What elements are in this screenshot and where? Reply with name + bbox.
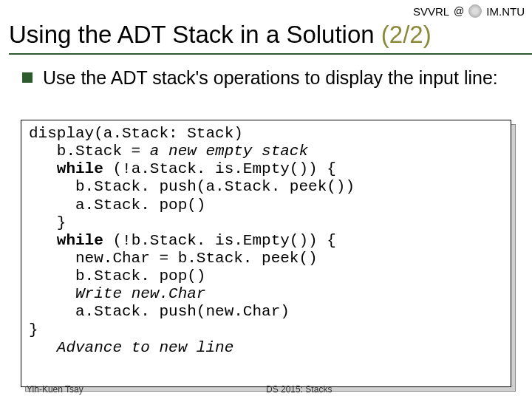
code-l4: b.Stack. push(a.Stack. peek()) xyxy=(29,178,355,195)
title-paren: (2/2) xyxy=(381,21,432,48)
footer-course: DS 2015: Stacks xyxy=(266,384,332,395)
code-l11: a.Stack. push(new.Char) xyxy=(29,303,290,320)
code-l8: new.Char = b.Stack. peek() xyxy=(29,250,318,267)
code-l2a: b.Stack = xyxy=(29,143,150,160)
code-l9: b.Stack. pop() xyxy=(29,267,205,284)
code-l10b: Write new.Char xyxy=(75,285,205,302)
code-l12: } xyxy=(29,321,38,338)
code-box: display(a.Stack: Stack) b.Stack = a new … xyxy=(21,120,511,387)
header-right: IM.NTU xyxy=(486,5,525,18)
header-at: @ xyxy=(454,5,464,17)
code-l13a xyxy=(29,339,57,356)
code-l7a xyxy=(29,232,57,249)
code-l5: a.Stack. pop() xyxy=(29,197,205,214)
code-l1: display(a.Stack: Stack) xyxy=(29,125,243,142)
footer-author: Yih-Kuen Tsay xyxy=(27,384,83,395)
code-l2b: a new empty stack xyxy=(150,143,308,160)
bullet-text: Use the ADT stack's operations to displa… xyxy=(43,66,498,89)
title-underline xyxy=(9,53,532,55)
code-l7c: (!b.Stack. is.Empty()) { xyxy=(103,232,336,249)
code-l7b: while xyxy=(57,232,103,249)
code-l13b: Advance to new line xyxy=(57,339,233,356)
header-left: SVVRL xyxy=(413,5,449,18)
code-l3c: (!a.Stack. is.Empty()) { xyxy=(103,160,336,177)
code-l3a xyxy=(29,160,57,177)
logo-icon xyxy=(468,4,482,18)
square-bullet-icon xyxy=(22,72,33,83)
code-l3b: while xyxy=(57,160,103,177)
title-main: Using the ADT Stack in a Solution xyxy=(9,21,381,48)
code-l10a xyxy=(29,285,75,302)
bullet-item: Use the ADT stack's operations to displa… xyxy=(22,66,517,89)
code-l6: } xyxy=(29,214,66,231)
page-title: Using the ADT Stack in a Solution (2/2) xyxy=(9,21,432,49)
header: SVVRL @ IM.NTU xyxy=(413,4,525,18)
